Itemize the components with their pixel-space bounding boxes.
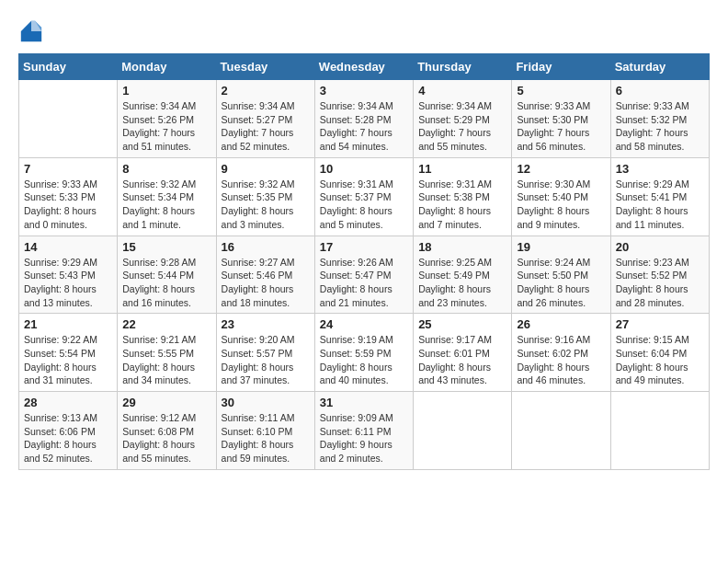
weekday-header-monday: Monday xyxy=(118,54,216,80)
calendar-cell: 27Sunrise: 9:15 AMSunset: 6:04 PMDayligh… xyxy=(610,314,709,392)
week-row-1: 1Sunrise: 9:34 AMSunset: 5:26 PMDaylight… xyxy=(19,80,710,158)
week-row-4: 21Sunrise: 9:22 AMSunset: 5:54 PMDayligh… xyxy=(19,314,710,392)
day-info: Sunrise: 9:26 AMSunset: 5:47 PMDaylight:… xyxy=(320,256,408,310)
day-info: Sunrise: 9:32 AMSunset: 5:35 PMDaylight:… xyxy=(222,178,310,232)
calendar-cell: 25Sunrise: 9:17 AMSunset: 6:01 PMDayligh… xyxy=(414,314,512,392)
calendar-cell: 28Sunrise: 9:13 AMSunset: 6:06 PMDayligh… xyxy=(19,392,118,470)
day-number: 18 xyxy=(418,240,506,254)
day-number: 3 xyxy=(320,84,408,98)
day-number: 21 xyxy=(24,317,112,331)
day-info: Sunrise: 9:34 AMSunset: 5:29 PMDaylight:… xyxy=(418,99,506,154)
day-info: Sunrise: 9:31 AMSunset: 5:37 PMDaylight:… xyxy=(320,178,408,232)
calendar-table: SundayMondayTuesdayWednesdayThursdayFrid… xyxy=(18,53,710,470)
calendar-cell: 21Sunrise: 9:22 AMSunset: 5:54 PMDayligh… xyxy=(19,314,118,392)
day-info: Sunrise: 9:29 AMSunset: 5:43 PMDaylight:… xyxy=(24,256,112,310)
calendar-cell: 6Sunrise: 9:33 AMSunset: 5:32 PMDaylight… xyxy=(610,80,709,158)
calendar-cell: 17Sunrise: 9:26 AMSunset: 5:47 PMDayligh… xyxy=(314,236,413,314)
day-number: 10 xyxy=(320,162,408,176)
day-info: Sunrise: 9:17 AMSunset: 6:01 PMDaylight:… xyxy=(418,333,506,387)
calendar-cell: 3Sunrise: 9:34 AMSunset: 5:28 PMDaylight… xyxy=(314,80,413,158)
day-number: 25 xyxy=(418,317,506,331)
day-info: Sunrise: 9:33 AMSunset: 5:33 PMDaylight:… xyxy=(24,178,112,232)
day-number: 6 xyxy=(616,84,704,98)
logo xyxy=(18,18,48,44)
calendar-cell: 4Sunrise: 9:34 AMSunset: 5:29 PMDaylight… xyxy=(414,80,512,158)
calendar-cell: 14Sunrise: 9:29 AMSunset: 5:43 PMDayligh… xyxy=(19,236,118,314)
day-info: Sunrise: 9:20 AMSunset: 5:57 PMDaylight:… xyxy=(222,333,310,387)
calendar-cell: 16Sunrise: 9:27 AMSunset: 5:46 PMDayligh… xyxy=(216,236,314,314)
calendar-cell: 31Sunrise: 9:09 AMSunset: 6:11 PMDayligh… xyxy=(314,392,413,470)
weekday-header-sunday: Sunday xyxy=(19,54,118,80)
day-number: 24 xyxy=(320,317,408,331)
day-number: 9 xyxy=(222,162,310,176)
calendar-cell: 24Sunrise: 9:19 AMSunset: 5:59 PMDayligh… xyxy=(314,314,413,392)
day-number: 7 xyxy=(24,162,112,176)
day-number: 11 xyxy=(418,162,506,176)
day-info: Sunrise: 9:16 AMSunset: 6:02 PMDaylight:… xyxy=(517,333,605,387)
day-number: 17 xyxy=(320,240,408,254)
calendar-cell: 26Sunrise: 9:16 AMSunset: 6:02 PMDayligh… xyxy=(512,314,610,392)
day-info: Sunrise: 9:29 AMSunset: 5:41 PMDaylight:… xyxy=(616,178,704,232)
day-info: Sunrise: 9:34 AMSunset: 5:26 PMDaylight:… xyxy=(122,99,210,154)
calendar-cell xyxy=(610,392,709,470)
calendar-cell: 22Sunrise: 9:21 AMSunset: 5:55 PMDayligh… xyxy=(118,314,216,392)
calendar-cell: 20Sunrise: 9:23 AMSunset: 5:52 PMDayligh… xyxy=(610,236,709,314)
weekday-header-saturday: Saturday xyxy=(610,54,709,80)
calendar-cell: 29Sunrise: 9:12 AMSunset: 6:08 PMDayligh… xyxy=(118,392,216,470)
day-info: Sunrise: 9:34 AMSunset: 5:27 PMDaylight:… xyxy=(222,99,310,154)
day-number: 15 xyxy=(122,240,210,254)
calendar-cell: 10Sunrise: 9:31 AMSunset: 5:37 PMDayligh… xyxy=(314,157,413,236)
day-number: 26 xyxy=(517,317,605,331)
calendar-cell xyxy=(19,80,118,158)
day-info: Sunrise: 9:09 AMSunset: 6:11 PMDaylight:… xyxy=(320,411,408,465)
calendar-cell: 13Sunrise: 9:29 AMSunset: 5:41 PMDayligh… xyxy=(610,157,709,236)
week-row-5: 28Sunrise: 9:13 AMSunset: 6:06 PMDayligh… xyxy=(19,392,710,470)
calendar-cell: 1Sunrise: 9:34 AMSunset: 5:26 PMDaylight… xyxy=(118,80,216,158)
weekday-header-tuesday: Tuesday xyxy=(216,54,314,80)
day-info: Sunrise: 9:34 AMSunset: 5:28 PMDaylight:… xyxy=(320,99,408,154)
calendar-cell: 18Sunrise: 9:25 AMSunset: 5:49 PMDayligh… xyxy=(414,236,512,314)
day-number: 16 xyxy=(222,240,310,254)
day-number: 13 xyxy=(616,162,704,176)
calendar-cell xyxy=(512,392,610,470)
week-row-3: 14Sunrise: 9:29 AMSunset: 5:43 PMDayligh… xyxy=(19,236,710,314)
day-info: Sunrise: 9:12 AMSunset: 6:08 PMDaylight:… xyxy=(122,411,210,465)
day-number: 20 xyxy=(616,240,704,254)
day-info: Sunrise: 9:19 AMSunset: 5:59 PMDaylight:… xyxy=(320,333,408,387)
day-info: Sunrise: 9:21 AMSunset: 5:55 PMDaylight:… xyxy=(122,333,210,387)
day-number: 23 xyxy=(222,317,310,331)
day-info: Sunrise: 9:25 AMSunset: 5:49 PMDaylight:… xyxy=(418,256,506,310)
day-info: Sunrise: 9:28 AMSunset: 5:44 PMDaylight:… xyxy=(122,256,210,310)
day-number: 5 xyxy=(517,84,605,98)
page-header xyxy=(18,18,710,44)
day-info: Sunrise: 9:30 AMSunset: 5:40 PMDaylight:… xyxy=(517,178,605,232)
day-info: Sunrise: 9:13 AMSunset: 6:06 PMDaylight:… xyxy=(24,411,112,465)
day-info: Sunrise: 9:22 AMSunset: 5:54 PMDaylight:… xyxy=(24,333,112,387)
calendar-cell xyxy=(414,392,512,470)
weekday-header-thursday: Thursday xyxy=(414,54,512,80)
weekday-header-friday: Friday xyxy=(512,54,610,80)
day-number: 2 xyxy=(222,84,310,98)
day-number: 12 xyxy=(517,162,605,176)
calendar-cell: 9Sunrise: 9:32 AMSunset: 5:35 PMDaylight… xyxy=(216,157,314,236)
day-number: 8 xyxy=(122,162,210,176)
calendar-cell: 12Sunrise: 9:30 AMSunset: 5:40 PMDayligh… xyxy=(512,157,610,236)
day-info: Sunrise: 9:11 AMSunset: 6:10 PMDaylight:… xyxy=(222,411,310,465)
weekday-header-row: SundayMondayTuesdayWednesdayThursdayFrid… xyxy=(19,54,710,80)
day-info: Sunrise: 9:31 AMSunset: 5:38 PMDaylight:… xyxy=(418,178,506,232)
day-info: Sunrise: 9:33 AMSunset: 5:30 PMDaylight:… xyxy=(517,99,605,154)
day-number: 4 xyxy=(418,84,506,98)
day-info: Sunrise: 9:27 AMSunset: 5:46 PMDaylight:… xyxy=(222,256,310,310)
day-info: Sunrise: 9:23 AMSunset: 5:52 PMDaylight:… xyxy=(616,256,704,310)
calendar-cell: 7Sunrise: 9:33 AMSunset: 5:33 PMDaylight… xyxy=(19,157,118,236)
calendar-cell: 23Sunrise: 9:20 AMSunset: 5:57 PMDayligh… xyxy=(216,314,314,392)
day-number: 31 xyxy=(320,396,408,409)
calendar-cell: 11Sunrise: 9:31 AMSunset: 5:38 PMDayligh… xyxy=(414,157,512,236)
day-info: Sunrise: 9:24 AMSunset: 5:50 PMDaylight:… xyxy=(517,256,605,310)
day-number: 30 xyxy=(222,396,310,409)
calendar-cell: 5Sunrise: 9:33 AMSunset: 5:30 PMDaylight… xyxy=(512,80,610,158)
calendar-cell: 19Sunrise: 9:24 AMSunset: 5:50 PMDayligh… xyxy=(512,236,610,314)
day-info: Sunrise: 9:33 AMSunset: 5:32 PMDaylight:… xyxy=(616,99,704,154)
calendar-cell: 30Sunrise: 9:11 AMSunset: 6:10 PMDayligh… xyxy=(216,392,314,470)
day-number: 1 xyxy=(122,84,210,98)
